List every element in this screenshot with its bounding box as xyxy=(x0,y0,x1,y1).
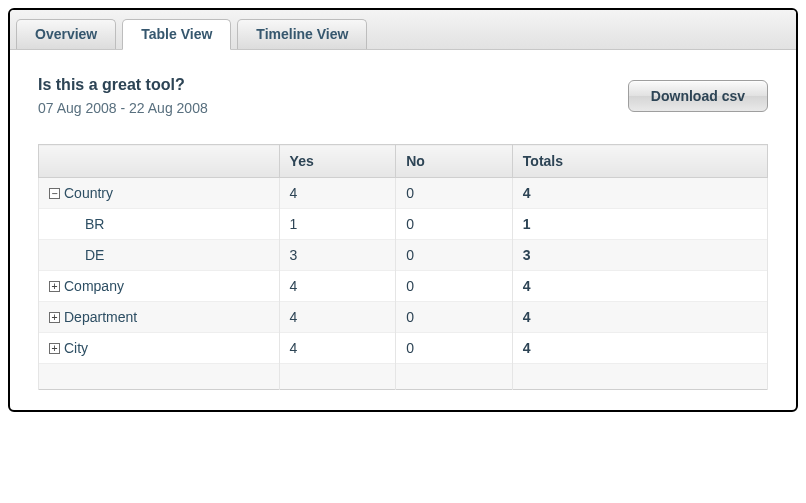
cell-yes: 4 xyxy=(279,302,396,333)
cell-total: 4 xyxy=(512,302,767,333)
row-country-de: DE 3 0 3 xyxy=(39,240,768,271)
question-block: Is this a great tool? 07 Aug 2008 - 22 A… xyxy=(38,76,208,116)
cell-total: 4 xyxy=(512,333,767,364)
question-title: Is this a great tool? xyxy=(38,76,208,94)
cell-total: 3 xyxy=(512,240,767,271)
cell-yes: 4 xyxy=(279,333,396,364)
content-area: Is this a great tool? 07 Aug 2008 - 22 A… xyxy=(10,50,796,410)
cell-no: 0 xyxy=(396,271,513,302)
cell-no: 0 xyxy=(396,209,513,240)
cell-no: 0 xyxy=(396,302,513,333)
col-header-no: No xyxy=(396,145,513,178)
row-country: −Country 4 0 4 xyxy=(39,178,768,209)
expand-icon[interactable]: + xyxy=(49,281,60,292)
tab-bar: Overview Table View Timeline View xyxy=(10,10,796,50)
report-window: Overview Table View Timeline View Is thi… xyxy=(8,8,798,412)
expand-icon[interactable]: + xyxy=(49,312,60,323)
group-label-city[interactable]: City xyxy=(64,340,88,356)
cell-total: 4 xyxy=(512,178,767,209)
col-header-yes: Yes xyxy=(279,145,396,178)
col-header-label xyxy=(39,145,280,178)
tab-table-view[interactable]: Table View xyxy=(122,19,231,50)
row-company: +Company 4 0 4 xyxy=(39,271,768,302)
results-table: Yes No Totals −Country 4 0 4 BR 1 0 xyxy=(38,144,768,390)
date-range: 07 Aug 2008 - 22 Aug 2008 xyxy=(38,100,208,116)
tab-timeline-view[interactable]: Timeline View xyxy=(237,19,367,49)
row-department: +Department 4 0 4 xyxy=(39,302,768,333)
cell-yes: 4 xyxy=(279,178,396,209)
cell-no: 0 xyxy=(396,240,513,271)
col-header-totals: Totals xyxy=(512,145,767,178)
collapse-icon[interactable]: − xyxy=(49,188,60,199)
cell-total: 4 xyxy=(512,271,767,302)
expand-icon[interactable]: + xyxy=(49,343,60,354)
cell-no: 0 xyxy=(396,333,513,364)
group-label-company[interactable]: Company xyxy=(64,278,124,294)
child-label-br[interactable]: BR xyxy=(85,216,104,232)
download-csv-button[interactable]: Download csv xyxy=(628,80,768,112)
group-label-department[interactable]: Department xyxy=(64,309,137,325)
row-city: +City 4 0 4 xyxy=(39,333,768,364)
row-empty xyxy=(39,364,768,390)
cell-no: 0 xyxy=(396,178,513,209)
cell-yes: 1 xyxy=(279,209,396,240)
cell-total: 1 xyxy=(512,209,767,240)
table-header-row: Yes No Totals xyxy=(39,145,768,178)
row-country-br: BR 1 0 1 xyxy=(39,209,768,240)
cell-yes: 3 xyxy=(279,240,396,271)
child-label-de[interactable]: DE xyxy=(85,247,104,263)
header-row: Is this a great tool? 07 Aug 2008 - 22 A… xyxy=(38,76,768,116)
group-label-country[interactable]: Country xyxy=(64,185,113,201)
tab-overview[interactable]: Overview xyxy=(16,19,116,49)
cell-yes: 4 xyxy=(279,271,396,302)
